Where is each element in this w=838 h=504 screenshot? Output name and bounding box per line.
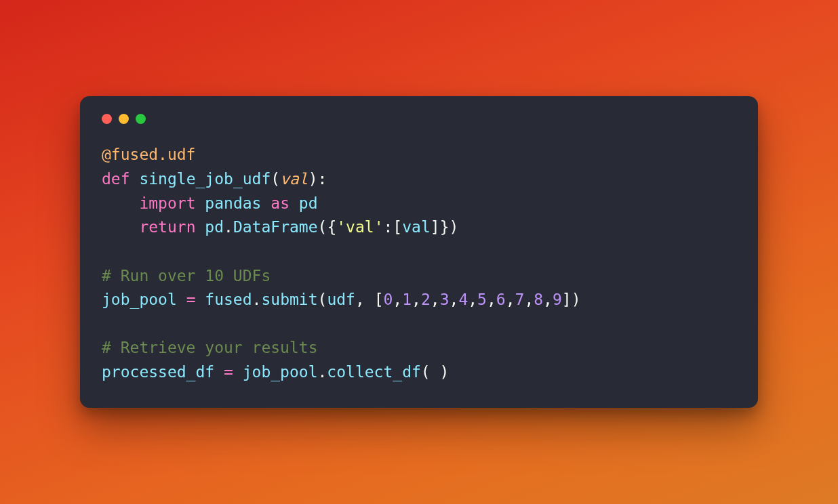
decorator: @fused.udf [102,146,195,163]
num: 5 [477,291,487,308]
paren-open: ( [271,170,280,188]
indent [102,218,139,236]
id-pd: pd [205,218,224,236]
minimize-icon[interactable] [119,114,129,124]
keyword-import: import [139,194,195,212]
comma: , [524,291,534,308]
bracket-close: ] [431,218,440,236]
var-processed-df: processed_df [102,363,214,381]
alias-pd: pd [299,194,318,212]
keyword-return: return [139,218,195,236]
function-name: single_job_udf [139,170,271,188]
arg-udf: udf [327,291,355,308]
comma: , [468,291,477,308]
comment-retrieve: # Retrieve your results [102,339,318,356]
paren-close: ) [572,291,581,308]
var-job-pool: job_pool [243,363,318,381]
id-fused: fused [205,291,252,308]
id-dataframe: DataFrame [233,218,318,236]
dot: . [318,363,327,381]
empty-call: ( ) [421,363,450,381]
comma: , [393,291,402,308]
module-pandas: pandas [205,194,261,212]
num: 7 [515,291,525,308]
comma: , [412,291,421,308]
comment-run: # Run over 10 UDFs [102,267,271,285]
keyword-def: def [102,170,130,188]
zoom-icon[interactable] [136,114,146,124]
bracket-close: ] [562,291,572,308]
num: 2 [421,291,431,308]
var-val: val [402,218,431,236]
paren-close-colon: ): [308,170,327,188]
num: 6 [496,291,506,308]
brace-close: } [440,218,450,236]
var-job-pool: job_pool [102,291,177,308]
paren-open: ( [318,218,327,236]
colon: : [384,218,393,236]
param-val: val [280,170,308,188]
comma: , [450,291,459,308]
string-val: 'val' [336,218,383,236]
code-window: @fused.udf def single_job_udf(val): impo… [80,96,758,407]
paren-close: ) [449,218,458,236]
num: 1 [402,291,412,308]
num: 4 [458,291,468,308]
equals: = [177,291,205,308]
indent [102,194,139,212]
num: 0 [384,291,393,308]
bracket-open: [ [393,218,402,236]
brace-open: { [327,218,336,236]
code-block: @fused.udf def single_job_udf(val): impo… [102,143,736,384]
comma: , [506,291,515,308]
bracket-open: [ [374,291,384,308]
num: 3 [440,291,450,308]
background: @fused.udf def single_job_udf(val): impo… [0,0,838,504]
dot: . [252,291,262,308]
comma: , [431,291,440,308]
num: 8 [534,291,543,308]
comma: , [543,291,553,308]
id-submit: submit [261,291,317,308]
id-collect-df: collect_df [327,363,420,381]
comma: , [355,291,374,308]
close-icon[interactable] [102,114,112,124]
traffic-lights [102,114,736,124]
comma: , [487,291,496,308]
paren-open: ( [318,291,327,308]
num: 9 [553,291,562,308]
keyword-as: as [271,194,290,212]
equals: = [214,363,243,381]
dot: . [224,218,233,236]
